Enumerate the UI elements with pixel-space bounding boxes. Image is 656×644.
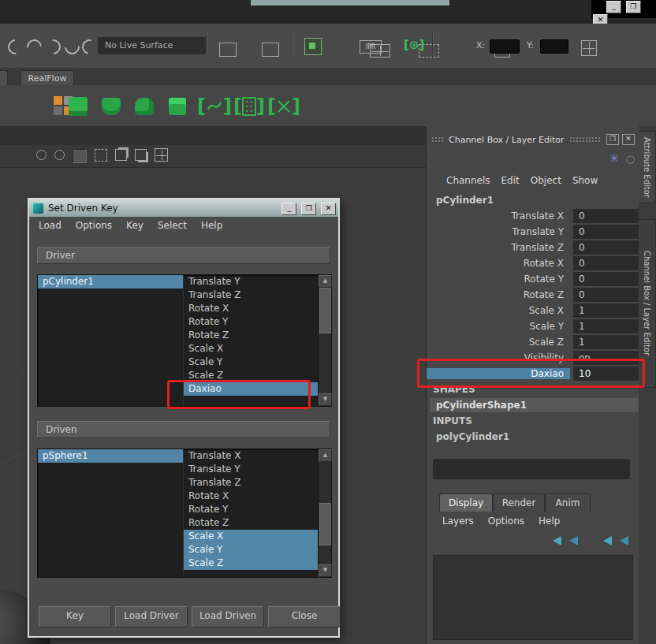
object-name[interactable]: pCylinder1 [436, 195, 494, 206]
attr-label[interactable]: Rotate Z [427, 289, 570, 300]
attr-label[interactable]: Translate Z [427, 242, 570, 253]
menu-help[interactable]: Help [201, 220, 222, 231]
tab-anim[interactable]: Anim [545, 493, 591, 512]
move-layer-up-icon[interactable] [553, 536, 561, 545]
attr-label[interactable]: Rotate Y [427, 274, 570, 285]
live-surface-field[interactable]: No Live Surface [98, 37, 206, 54]
attr-label[interactable]: Translate X [427, 210, 570, 221]
shelf-tab-realflow[interactable]: RealFlow [20, 70, 74, 86]
attr-label[interactable]: Scale X [427, 305, 570, 316]
scroll-down-icon[interactable]: ▼ [319, 393, 332, 406]
attr-value[interactable]: 0 [573, 256, 639, 270]
y-coordinate-input[interactable] [540, 39, 568, 54]
shelf-icon-fluid[interactable] [132, 95, 156, 118]
driven-attr-item[interactable]: Rotate Y [184, 503, 318, 516]
load-driven-button[interactable]: Load Driven [192, 606, 264, 627]
driver-attr-item[interactable]: Rotate X [184, 302, 318, 315]
float-panel-icon[interactable]: ❐ [606, 134, 619, 145]
layer-list-area[interactable] [433, 555, 633, 640]
menu-load[interactable]: Load [39, 220, 62, 231]
driver-attr-item[interactable]: Translate Y [184, 275, 318, 288]
grid-coordinates-icon[interactable] [581, 40, 597, 56]
surface-snap-icon[interactable] [24, 36, 45, 58]
new-layer-icon[interactable] [603, 536, 612, 545]
maximize-button[interactable]: ❐ [626, 1, 641, 13]
shelf-icon-grid-bracket[interactable]: [] [233, 95, 265, 118]
attr-value[interactable]: 0 [573, 209, 639, 223]
input-connections-icon[interactable] [219, 43, 237, 57]
dialog-minimize-button[interactable]: _ [281, 203, 296, 215]
shelf-icon-emitter[interactable] [66, 95, 90, 118]
paint-select-icon[interactable] [54, 150, 65, 162]
driven-object-item[interactable]: pSphere1 [38, 449, 183, 463]
copy-icon[interactable] [115, 149, 127, 163]
attr-value[interactable]: 1 [573, 303, 639, 318]
driven-attr-item-selected[interactable]: Scale Z [184, 557, 318, 570]
driven-attr-item[interactable]: Rotate Z [184, 516, 318, 530]
channel-box-header[interactable]: Channel Box / Layer Editor ❐ ✕ [427, 132, 639, 147]
shelf-icon-container[interactable] [99, 95, 123, 118]
panel-grip[interactable] [431, 136, 444, 143]
select-mode-icon[interactable] [73, 149, 87, 163]
attr-value[interactable]: 1 [573, 319, 639, 333]
driver-object-item[interactable]: pCylinder1 [38, 275, 183, 288]
shape-node-row[interactable]: pCylinderShape1 [430, 398, 639, 412]
driven-attr-item[interactable]: Translate Y [184, 463, 318, 476]
x-coordinate-input[interactable] [490, 39, 520, 54]
output-connections-icon[interactable] [262, 43, 279, 57]
attr-label[interactable]: Rotate X [427, 258, 570, 269]
attr-label[interactable]: Scale Y [427, 321, 570, 332]
key-button[interactable]: Key [39, 606, 111, 627]
curve-snap-icon[interactable] [5, 36, 26, 58]
construction-history-icon[interactable] [304, 38, 322, 55]
connection-arrows-icon[interactable]: ✳ [609, 151, 619, 166]
shelf-icon-curve-bracket[interactable]: [ ] [197, 95, 232, 118]
render-globe-icon[interactable]: [⊙] [404, 38, 424, 52]
new-layer-selected-icon[interactable] [620, 536, 628, 545]
menu-select[interactable]: Select [158, 220, 187, 231]
menu-key[interactable]: Key [126, 220, 144, 231]
attr-value[interactable]: 0 [573, 240, 639, 255]
isolate-select-icon[interactable] [155, 148, 168, 164]
driven-attr-item-selected[interactable]: Scale Y [184, 543, 318, 557]
menu-edit[interactable]: Edit [501, 175, 520, 186]
driver-attr-item[interactable]: Rotate Z [184, 329, 318, 342]
menu-options[interactable]: Options [76, 220, 112, 231]
panel-grip[interactable] [569, 136, 600, 143]
attr-label[interactable]: Scale Z [427, 337, 570, 348]
point-snap-icon[interactable] [43, 36, 64, 58]
shelf-icon-cross-bracket[interactable]: [ ] [266, 95, 301, 118]
shelf-icon-cube[interactable] [166, 95, 189, 118]
driver-attr-item[interactable]: Scale X [184, 342, 318, 356]
driven-attr-item[interactable]: Rotate X [184, 490, 318, 503]
menu-options[interactable]: Options [488, 516, 524, 527]
scrollbar-thumb[interactable] [319, 288, 331, 333]
tab-display[interactable]: Display [439, 493, 493, 512]
driver-attr-item[interactable]: Scale Y [184, 356, 318, 369]
view-snap-icon[interactable] [80, 37, 100, 58]
driver-scrollbar[interactable]: ▲ ▼ [318, 275, 331, 406]
driven-attr-item-selected[interactable]: Scale X [184, 530, 318, 543]
tab-attribute-editor[interactable]: Attribute Editor [639, 131, 656, 203]
close-panel-icon[interactable]: ✕ [622, 134, 635, 145]
scroll-up-icon[interactable]: ▲ [319, 449, 332, 462]
driven-attr-item[interactable]: Translate X [184, 449, 318, 463]
input-node-row[interactable]: polyCylinder1 [436, 431, 509, 442]
scroll-down-icon[interactable]: ▼ [319, 564, 332, 577]
move-layer-down-icon[interactable] [569, 536, 578, 545]
attr-value[interactable]: 0 [573, 225, 639, 239]
lasso-icon[interactable] [36, 150, 47, 162]
dialog-close-button[interactable]: ✕ [321, 203, 336, 215]
driven-attr-item[interactable]: Translate Z [184, 476, 318, 490]
attr-value[interactable]: 1 [573, 335, 639, 349]
scrollbar-thumb[interactable] [319, 503, 331, 545]
tab-render[interactable]: Render [493, 493, 545, 512]
dialog-title-bar[interactable]: Set Driven Key _ ❐ ✕ [29, 199, 338, 217]
menu-show[interactable]: Show [572, 175, 598, 186]
menu-channels[interactable]: Channels [446, 175, 490, 186]
ipr-render-icon[interactable]: IPR [360, 40, 382, 54]
scroll-up-icon[interactable]: ▲ [319, 275, 332, 288]
attr-label[interactable]: Translate Y [427, 226, 570, 237]
menu-object[interactable]: Object [531, 175, 561, 186]
grid-snap-icon[interactable] [62, 36, 83, 58]
